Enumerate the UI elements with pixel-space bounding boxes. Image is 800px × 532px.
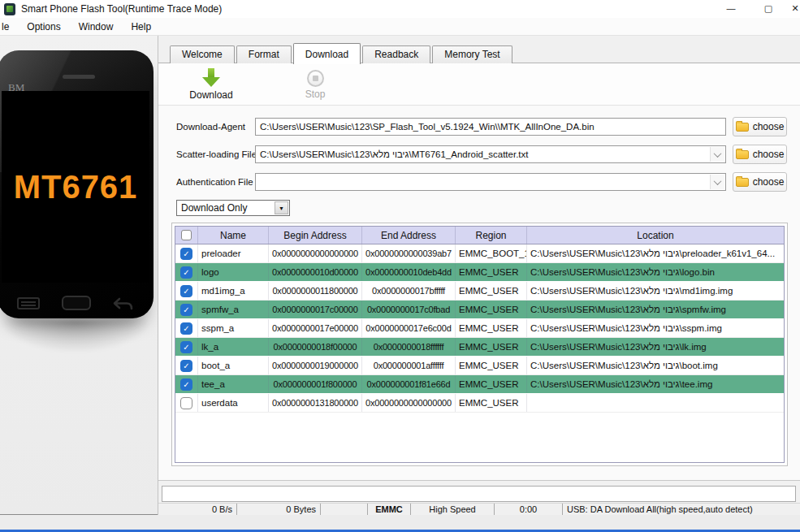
status-speed: 0 B/s xyxy=(158,504,237,515)
begin-address: 0x0000000019000000 xyxy=(269,357,362,374)
tab-welcome[interactable]: Welcome xyxy=(170,45,235,63)
row-checkbox[interactable]: ✓ xyxy=(180,266,192,279)
app-icon xyxy=(4,3,15,15)
header-region: Region xyxy=(456,227,527,244)
phone-nav-buttons xyxy=(0,296,154,310)
row-checkbox[interactable]: ✓ xyxy=(180,341,192,353)
maximize-icon[interactable]: ▢ xyxy=(750,0,787,18)
file-form: Download-Agent C:\Users\USER\Music\123\S… xyxy=(158,106,800,223)
chevron-down-icon xyxy=(714,177,722,185)
begin-address: 0x0000000000000000 xyxy=(269,244,362,262)
download-button[interactable]: Download xyxy=(186,68,236,101)
window-controls: — ▢ ✕ xyxy=(712,0,800,18)
partition-name: tee_a xyxy=(198,375,269,393)
end-address: 0x000000001f81e66d xyxy=(362,375,456,393)
table-row[interactable]: ✓ boot_a 0x0000000019000000 0x000000001a… xyxy=(175,357,784,375)
choose-button-label: choose xyxy=(753,149,785,160)
status-empty xyxy=(321,504,368,515)
scatter-file-input[interactable]: C:\Users\USER\Music\123\גיבוי מלא\MT6761… xyxy=(255,145,726,163)
table-header: Name Begin Address End Address Region Lo… xyxy=(175,227,784,244)
table-row[interactable]: ✓ spmfw_a 0x0000000017c00000 0x000000001… xyxy=(175,301,784,319)
tab-format[interactable]: Format xyxy=(236,45,292,63)
table-row[interactable]: ✓ preloader 0x0000000000000000 0x0000000… xyxy=(175,244,784,263)
partition-name: userdata xyxy=(198,394,269,412)
download-agent-input[interactable]: C:\Users\USER\Music\123\SP_Flash_Tool_v5… xyxy=(255,118,726,136)
chevron-down-icon xyxy=(714,149,722,158)
choose-button-label: choose xyxy=(753,176,785,188)
folder-icon xyxy=(736,123,749,132)
table-row[interactable]: ✓ sspm_a 0x0000000017e00000 0x0000000017… xyxy=(175,319,784,338)
auth-file-choose-button[interactable]: choose xyxy=(733,172,787,192)
phone-reflection xyxy=(0,320,154,354)
action-toolbar: Download Stop xyxy=(158,63,800,106)
auth-file-label: Authentication File xyxy=(176,177,255,187)
region: EMMC_USER xyxy=(456,375,527,393)
begin-address: 0x0000000017e00000 xyxy=(269,319,362,337)
status-bar: 0 B/s 0 Bytes EMMC High Speed 0:00 USB: … xyxy=(158,503,800,515)
scatter-file-choose-button[interactable]: choose xyxy=(733,145,787,164)
partition-table: Name Begin Address End Address Region Lo… xyxy=(175,226,785,463)
stop-button[interactable]: Stop xyxy=(290,68,340,100)
tab-readback[interactable]: Readback xyxy=(362,45,430,63)
end-address: 0x0000000010deb4dd xyxy=(362,263,456,281)
window-title: Smart Phone Flash Tool(Runtime Trace Mod… xyxy=(21,3,222,15)
table-body: ✓ preloader 0x0000000000000000 0x0000000… xyxy=(175,244,784,462)
row-checkbox[interactable]: ✓ xyxy=(180,248,192,260)
flash-mode-value: Download Only xyxy=(181,202,247,214)
stop-button-label: Stop xyxy=(305,89,326,100)
partition-name: spmfw_a xyxy=(198,301,269,318)
row-checkbox[interactable]: ✓ xyxy=(180,360,192,372)
auth-file-input[interactable] xyxy=(255,173,726,191)
menu-item-file[interactable]: le xyxy=(2,21,18,32)
row-checkbox[interactable]: ✓ xyxy=(180,304,192,316)
table-row[interactable]: ✓ lk_a 0x0000000018f00000 0x0000000018ff… xyxy=(175,338,784,357)
partition-name: lk_a xyxy=(198,338,269,356)
region: EMMC_BOOT_1 xyxy=(456,244,527,262)
region: EMMC_USER xyxy=(456,263,527,281)
location: C:\Users\USER\Music\123\גיבוי מלא\spmfw.… xyxy=(527,301,784,318)
table-row[interactable]: ✓ md1img_a 0x0000000011800000 0x00000000… xyxy=(175,282,784,301)
end-address: 0x0000000017e6c00d xyxy=(362,319,456,337)
table-row[interactable]: ✓ tee_a 0x000000001f800000 0x000000001f8… xyxy=(175,375,784,394)
status-bytes: 0 Bytes xyxy=(237,504,321,515)
row-checkbox[interactable]: ✓ xyxy=(180,378,192,391)
stop-icon xyxy=(307,70,324,87)
download-agent-choose-button[interactable]: choose xyxy=(733,117,787,136)
end-address: 0x0000000000039ab7 xyxy=(362,244,456,262)
flash-mode-select[interactable]: Download Only ▼ xyxy=(176,200,290,216)
title-bar: Smart Phone Flash Tool(Runtime Trace Mod… xyxy=(0,0,800,18)
header-end-address: End Address xyxy=(362,227,456,244)
partition-name: preloader xyxy=(198,244,269,262)
close-icon[interactable]: ✕ xyxy=(787,0,800,18)
row-checkbox[interactable]: ✓ xyxy=(180,322,192,335)
scatter-file-label: Scatter-loading File xyxy=(176,149,255,159)
partition-table-groupbox: Name Begin Address End Address Region Lo… xyxy=(171,223,788,466)
menu-item-window[interactable]: Window xyxy=(70,21,123,32)
location xyxy=(527,394,784,412)
choose-button-label: choose xyxy=(753,121,785,132)
menu-item-options[interactable]: Options xyxy=(18,21,69,32)
partition-name: boot_a xyxy=(198,357,269,374)
phone-speaker xyxy=(63,75,95,79)
location: C:\Users\USER\Music\123\גיבוי מלא\lk.img xyxy=(527,338,784,356)
scatter-file-dropdown[interactable] xyxy=(710,147,724,162)
header-begin-address: Begin Address xyxy=(269,227,362,244)
phone-screen: MT6761 xyxy=(2,91,149,283)
download-arrow-icon xyxy=(202,68,220,88)
table-row[interactable]: userdata 0x0000000131800000 0x0000000000… xyxy=(175,394,784,413)
tab-download[interactable]: Download xyxy=(293,43,361,64)
bottom-strip xyxy=(0,515,800,530)
select-all-checkbox[interactable] xyxy=(181,230,192,240)
location: C:\Users\USER\Music\123\גיבוי מלא\md1img… xyxy=(527,282,784,300)
row-checkbox[interactable] xyxy=(180,397,192,409)
region: EMMC_USER xyxy=(456,301,527,318)
minimize-icon[interactable]: — xyxy=(712,0,750,18)
header-location: Location xyxy=(527,227,784,244)
row-checkbox[interactable]: ✓ xyxy=(180,285,192,297)
auth-file-dropdown[interactable] xyxy=(710,175,724,189)
menu-item-help[interactable]: Help xyxy=(122,21,160,32)
end-address: 0x0000000018ffffff xyxy=(362,338,456,356)
region: EMMC_USER xyxy=(456,357,527,374)
table-row[interactable]: ✓ logo 0x0000000010d00000 0x0000000010de… xyxy=(175,263,784,282)
tab-memory-test[interactable]: Memory Test xyxy=(432,45,512,63)
